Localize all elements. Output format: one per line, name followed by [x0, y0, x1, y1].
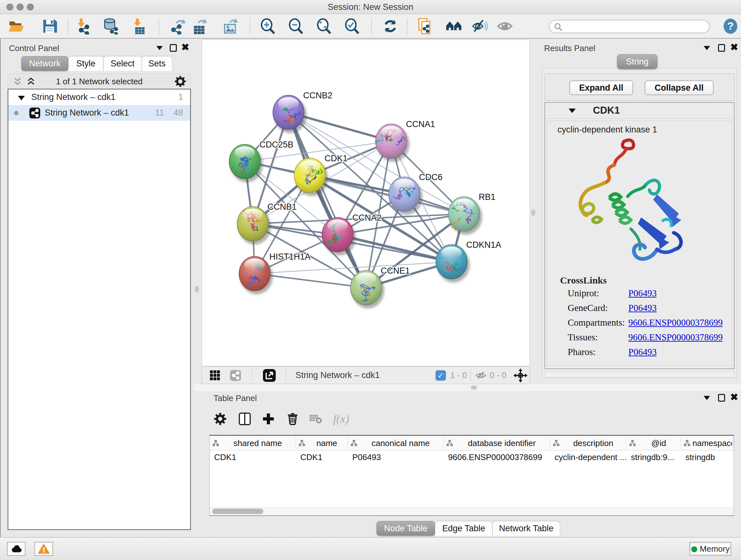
clone-network-icon[interactable]: [417, 18, 433, 35]
crosslink-value-link[interactable]: 9606.ENSP00000378699: [628, 332, 723, 342]
control-tab-network[interactable]: Network: [21, 56, 68, 71]
function-builder-icon[interactable]: f(x): [333, 412, 349, 426]
export-table-icon[interactable]: [192, 18, 208, 35]
network-selected-info: 1 of 1 Network selected: [8, 74, 191, 89]
open-session-icon[interactable]: [8, 18, 24, 35]
column-header-name[interactable]: name: [296, 436, 348, 450]
save-session-icon[interactable]: [42, 18, 58, 35]
gene-collapse-caret[interactable]: [569, 109, 576, 113]
fit-selected-icon[interactable]: [514, 368, 528, 382]
search-input[interactable]: [549, 20, 710, 33]
horizontal-splitter[interactable]: [194, 384, 741, 391]
delete-table-icon[interactable]: [309, 414, 322, 424]
gene-section-header[interactable]: CDK1: [545, 103, 734, 119]
network-node-CCNA1[interactable]: [375, 124, 409, 162]
table-cell[interactable]: cyclin-dependent ...: [550, 450, 626, 464]
import-network-file-icon[interactable]: [75, 18, 91, 35]
import-table-file-icon[interactable]: [131, 18, 147, 35]
selected-nodes-checkbox[interactable]: ✓: [435, 370, 446, 381]
expand-all-button[interactable]: Expand All: [569, 80, 633, 95]
table-tab-node-table[interactable]: Node Table: [377, 521, 435, 536]
table-h-scrollbar[interactable]: [210, 507, 734, 515]
export-image-icon[interactable]: [223, 18, 239, 35]
gear-icon[interactable]: [175, 76, 186, 87]
table-cell[interactable]: CDK1: [210, 450, 296, 464]
crosslink-label: Tissues:: [568, 330, 628, 345]
table-panel-close-icon[interactable]: ✖: [730, 393, 738, 401]
table-cell[interactable]: 9606.ENSP00000378699: [444, 450, 550, 464]
column-header-description[interactable]: description: [550, 436, 626, 450]
network-icon: [29, 108, 40, 118]
network-node-CCNB2[interactable]: [273, 95, 307, 133]
cloud-status-button[interactable]: [7, 542, 25, 556]
zoom-selected-icon[interactable]: [344, 18, 360, 35]
help-icon[interactable]: ?: [722, 18, 739, 35]
column-header-namespace[interactable]: namespace: [681, 436, 734, 450]
table-cell[interactable]: CDK1: [296, 450, 348, 464]
add-column-icon[interactable]: [262, 413, 274, 425]
zoom-fit-icon[interactable]: [316, 18, 333, 35]
table-tab-edge-table[interactable]: Edge Table: [435, 521, 492, 536]
network-node-CDC25B[interactable]: [229, 144, 263, 182]
crosslink-value-link[interactable]: 9606.ENSP00000378699: [628, 317, 723, 327]
zoom-in-icon[interactable]: [260, 18, 276, 35]
warning-status-button[interactable]: [35, 542, 53, 556]
table-cell[interactable]: stringdb:9...: [626, 450, 681, 464]
results-panel-float-icon[interactable]: [718, 44, 725, 52]
node-table: shared namenamecanonical namedatabase id…: [209, 435, 734, 516]
table-panel-header: Table Panel: [213, 393, 257, 403]
control-tab-sets[interactable]: Sets: [142, 56, 172, 71]
zoom-out-icon[interactable]: [288, 18, 305, 35]
column-header-database-identifier[interactable]: database identifier: [444, 436, 550, 450]
crosslink-value-link[interactable]: P06493: [628, 288, 657, 298]
table-gear-icon[interactable]: [214, 413, 226, 425]
control-tab-select[interactable]: Select: [104, 56, 142, 71]
splitter-handle[interactable]: [195, 286, 199, 293]
network-node-CCNA2[interactable]: [322, 217, 356, 255]
control-panel-float-icon[interactable]: [170, 44, 177, 52]
results-panel-collapse-icon[interactable]: [704, 46, 710, 50]
tree-expand-caret[interactable]: [18, 96, 25, 100]
network-view-canvas[interactable]: CCNB2CCNA1CDC25BCDK1CDC6RB1CCNB1CCNA2CDK…: [202, 40, 530, 366]
results-tab-string[interactable]: String: [617, 54, 657, 69]
control-panel-close-icon[interactable]: ✖: [181, 44, 189, 51]
table-cell[interactable]: P06493: [348, 450, 444, 464]
import-network-database-icon[interactable]: [103, 18, 119, 35]
crosslink-value-link[interactable]: P06493: [628, 303, 657, 313]
control-panel-collapse-icon[interactable]: [156, 46, 163, 50]
table-tab-network-table[interactable]: Network Table: [492, 521, 560, 536]
table-panel-collapse-icon[interactable]: [704, 396, 710, 400]
home-view-icon[interactable]: [446, 18, 462, 35]
export-view-icon[interactable]: [263, 369, 276, 382]
refresh-layout-icon[interactable]: [382, 18, 399, 35]
birdseye-grid-icon[interactable]: [210, 370, 220, 381]
collapse-all-button[interactable]: Collapse All: [645, 80, 714, 95]
column-header--id[interactable]: @id: [626, 436, 681, 450]
network-node-CDKN1A[interactable]: [436, 245, 470, 283]
show-eye-icon[interactable]: [496, 18, 513, 35]
network-node-CCNE1[interactable]: [350, 270, 384, 308]
show-columns-icon[interactable]: [239, 412, 251, 426]
hide-panel-eye-icon[interactable]: [471, 18, 488, 35]
hidden-eye-icon[interactable]: [475, 371, 487, 380]
network-node-HIST1H1A[interactable]: [239, 256, 273, 294]
delete-column-icon[interactable]: [286, 412, 299, 426]
table-cell[interactable]: stringdb: [681, 450, 734, 464]
network-share-icon[interactable]: [230, 370, 241, 381]
column-header-shared-name[interactable]: shared name: [210, 436, 296, 450]
network-node-RB1[interactable]: [448, 197, 482, 235]
splitter-handle[interactable]: [471, 385, 477, 390]
memory-button[interactable]: Memory: [689, 542, 731, 556]
table-panel-float-icon[interactable]: [718, 394, 725, 401]
export-network-icon[interactable]: [169, 18, 186, 35]
table-scroll-thumb[interactable]: [212, 509, 263, 514]
network-collection-row[interactable]: String Network – cdk1 1: [8, 89, 190, 105]
network-row-selected[interactable]: String Network – cdk1 11 48: [8, 105, 190, 121]
column-header-canonical-name[interactable]: canonical name: [348, 436, 444, 450]
network-node-CDK1[interactable]: [294, 158, 328, 196]
crosslink-value-link[interactable]: P06493: [628, 347, 657, 357]
control-tab-style[interactable]: Style: [68, 56, 104, 71]
splitter-handle[interactable]: [531, 209, 536, 216]
results-panel-close-icon[interactable]: ✖: [730, 44, 738, 51]
results-scrollbar[interactable]: [544, 372, 735, 377]
